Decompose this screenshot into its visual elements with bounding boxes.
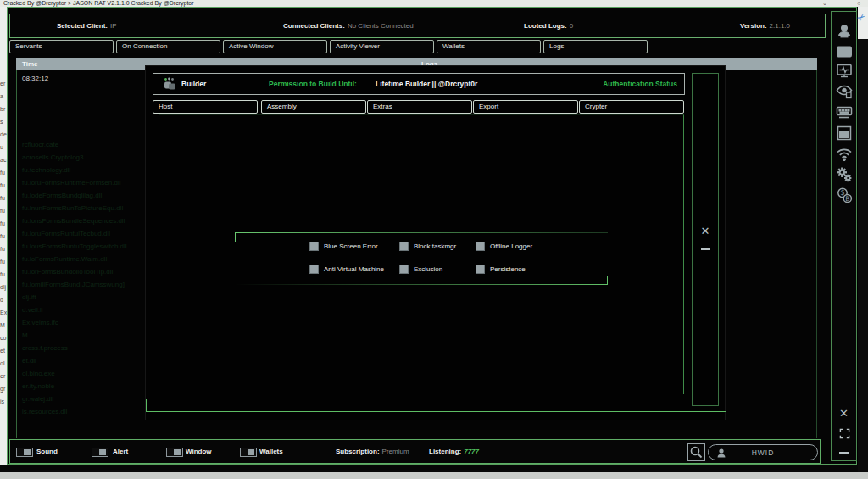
hwid-input[interactable]: HWID: [708, 444, 818, 460]
background-text-fragment: fu: [0, 195, 7, 202]
version-stat: Version:2.1.1.0: [740, 14, 790, 37]
builder-close-button[interactable]: ✕: [693, 225, 718, 237]
builder-icon: [162, 77, 178, 95]
col-time: Time: [22, 58, 38, 70]
builder-side-controls: ✕: [692, 73, 719, 406]
desktop-right-gap: [858, 39, 868, 472]
circle-icon: ○: [857, 0, 860, 7]
log-line: rcfluocr.cate: [22, 141, 58, 148]
background-text-fragment: u: [0, 144, 7, 151]
background-text-fragment: a: [0, 93, 7, 100]
log-line: fu.loFormsRuntime.Waim.dll: [22, 255, 107, 263]
activity-monitor-icon[interactable]: [836, 63, 853, 80]
background-text-fragment: co: [0, 335, 7, 342]
background-text-fragment: ac: [0, 157, 7, 164]
tab-activity-viewer[interactable]: Activity Viewer: [330, 40, 434, 53]
builder-dialog: Builder Permission to Build Until: Lifet…: [145, 65, 726, 420]
window-maximize-button[interactable]: [839, 427, 850, 443]
log-line: acrosells.Cryptolog3: [22, 153, 83, 161]
wifi-icon[interactable]: [836, 146, 853, 163]
builder-tab-content: [159, 114, 684, 394]
background-text-fragment: gr: [0, 386, 7, 393]
label-offline-logger: Offline Logger: [490, 242, 532, 252]
wallets-toggle[interactable]: [240, 448, 257, 457]
label-block-taskmgr: Block taskmgr: [414, 242, 456, 252]
background-text-fragment: fu: [0, 233, 7, 240]
window-minimize-button[interactable]: [839, 452, 849, 454]
log-line: fu.lousFormsRuntuToggleswitch.dll: [22, 242, 127, 250]
label-persistence: Persistence: [490, 265, 526, 275]
keylogger-icon[interactable]: [836, 104, 853, 121]
log-line: d.veil.li: [22, 306, 42, 314]
permission-label: Permission to Build Until:: [269, 74, 357, 94]
tab-on-connection[interactable]: On Connection: [116, 40, 220, 53]
builder-dialog-header: Builder Permission to Build Until: Lifet…: [153, 73, 685, 95]
background-text-fragment: fu: [0, 271, 7, 278]
log-line: fu.lnunFormsRunToPictureEqu.dll: [22, 204, 123, 212]
log-line: fu.lorFormsBundolloToolTip.dll: [22, 268, 113, 276]
checkbox-exclusion[interactable]: [399, 265, 409, 274]
connected-clients-stat: Connected Clients:No Clients Connected: [283, 14, 414, 37]
settings-gears-icon[interactable]: [836, 166, 853, 183]
app-window: Selected Client:IP Connected Clients:No …: [7, 7, 857, 465]
background-text-fragment: dlj: [0, 284, 7, 291]
window-toggle[interactable]: [166, 448, 183, 457]
tab-wallets[interactable]: Wallets: [437, 40, 541, 53]
log-line: er.ity.noble: [22, 382, 54, 390]
background-text-fragment: fu: [0, 259, 7, 265]
checkbox-offline-logger[interactable]: [476, 242, 485, 251]
tab-logs[interactable]: Logs: [543, 40, 648, 53]
background-text-fragment: et: [0, 348, 7, 354]
builder-tab-host[interactable]: Host: [153, 100, 258, 114]
dialog-bottom-border: [146, 411, 726, 412]
builder-tab-crypter[interactable]: Crypter: [579, 100, 684, 114]
auth-status[interactable]: Authentication Status: [603, 74, 677, 94]
search-button[interactable]: [687, 443, 705, 461]
sound-toggle[interactable]: [16, 448, 33, 457]
user-icon[interactable]: [836, 23, 853, 40]
background-text-fragment: d: [0, 297, 7, 304]
log-line: dlj.ift: [22, 293, 36, 301]
log-line: et.dll: [22, 357, 36, 365]
looted-logs-stat: Looted Logs:0: [524, 14, 573, 37]
builder-title: Builder: [181, 74, 206, 94]
checkbox-block-taskmgr[interactable]: [399, 242, 409, 251]
label-anti-virtual-machine: Anti Virtual Mashine: [324, 265, 384, 275]
stats-header: Selected Client:IP Connected Clients:No …: [9, 14, 826, 38]
log-line: Ex.veims.ifc: [22, 319, 58, 326]
checkbox-persistence[interactable]: [476, 265, 485, 274]
background-text-fragment: fu: [0, 246, 7, 253]
window-close-button[interactable]: ✕: [832, 407, 856, 421]
log-line: fu.lodeFormsBundqlilag.dll: [22, 192, 102, 199]
checkbox-anti-virtual-machine[interactable]: [309, 265, 319, 274]
dialog-bottom-left-stub: [146, 399, 147, 411]
checkbox-blue-screen-error[interactable]: [309, 242, 319, 251]
background-window-title: Cracked By @Drcryptor > JASON RAT V2.1.1…: [3, 0, 194, 7]
label-exclusion: Exclusion: [414, 265, 442, 275]
background-text-fragment: s: [0, 119, 7, 125]
log-line: gr.walej.dll: [22, 395, 53, 403]
builder-tab-assembly[interactable]: Assembly: [261, 100, 366, 114]
background-window-left-edge: erabrsdeuacfufufufufufufufufudljdExMcoet…: [0, 7, 7, 465]
svg-text:B: B: [845, 195, 849, 203]
groupbox-top-line: [235, 232, 608, 233]
crypto-coins-icon[interactable]: $ B: [836, 187, 853, 203]
tab-active-window[interactable]: Active Window: [223, 40, 327, 53]
desktop-below-gap: [0, 465, 858, 472]
background-text-fragment: er: [0, 81, 7, 87]
background-text-fragment: Ex: [0, 309, 7, 316]
tab-servants[interactable]: Servants: [9, 40, 114, 53]
log-line: fu.lonsFormsBundleSequences.dll: [22, 217, 125, 225]
builder-tab-extras[interactable]: Extras: [367, 100, 472, 114]
builder-tab-export[interactable]: Export: [473, 100, 578, 114]
remote-view-icon[interactable]: [836, 83, 853, 100]
file-manager-icon[interactable]: [836, 125, 853, 142]
background-text-fragment: fu: [0, 208, 7, 214]
side-toolbar: $ B ✕: [831, 11, 857, 461]
background-text-fragment: br: [0, 106, 7, 113]
background-text-fragment: ol: [0, 360, 7, 367]
builder-minimize-button[interactable]: [701, 248, 710, 250]
alert-toggle[interactable]: [92, 448, 108, 457]
background-text-fragment: fu: [0, 220, 7, 227]
monitor-icon[interactable]: [836, 44, 853, 61]
